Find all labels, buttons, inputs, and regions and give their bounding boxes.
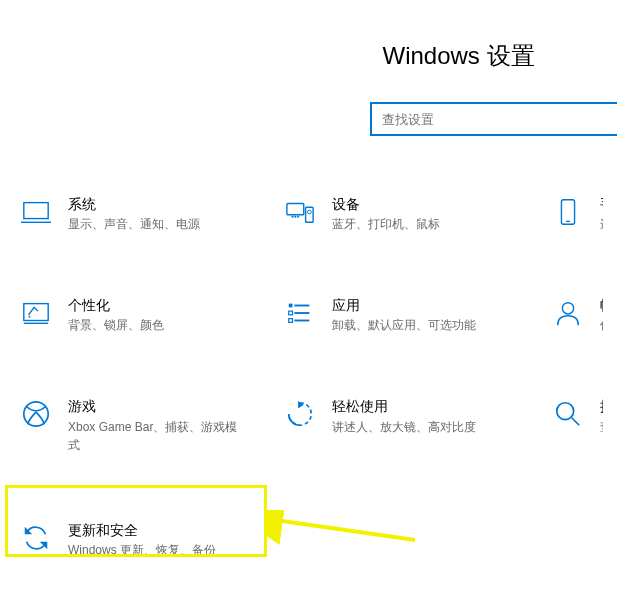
tile-subtitle: Xbox Game Bar、捕获、游戏模式 bbox=[68, 418, 245, 454]
svg-rect-8 bbox=[561, 200, 574, 224]
tile-phone[interactable]: 手 连 bbox=[547, 191, 607, 237]
tile-title: 手 bbox=[600, 195, 603, 213]
gaming-icon bbox=[19, 397, 53, 431]
tile-subtitle: 连 bbox=[600, 215, 603, 233]
settings-header: Windows 设置 bbox=[0, 0, 617, 136]
svg-point-12 bbox=[29, 316, 31, 318]
tile-ease-of-access[interactable]: 轻松使用 讲述人、放大镜、高对比度 bbox=[279, 393, 513, 457]
svg-point-7 bbox=[307, 210, 311, 214]
tile-title: 轻松使用 bbox=[332, 397, 509, 415]
tile-title: 游戏 bbox=[68, 397, 245, 415]
svg-point-19 bbox=[562, 303, 573, 314]
accounts-icon bbox=[551, 296, 585, 330]
page-title: Windows 设置 bbox=[300, 40, 617, 72]
tile-system[interactable]: 系统 显示、声音、通知、电源 bbox=[15, 191, 249, 237]
tile-update-security[interactable]: 更新和安全 Windows 更新、恢复、备份 bbox=[15, 513, 265, 567]
tile-apps[interactable]: 应用 卸载、默认应用、可选功能 bbox=[279, 292, 513, 338]
tile-subtitle: 蓝牙、打印机、鼠标 bbox=[332, 215, 509, 233]
apps-icon bbox=[283, 296, 317, 330]
tile-subtitle: 显示、声音、通知、电源 bbox=[68, 215, 245, 233]
personalization-icon bbox=[19, 296, 53, 330]
svg-rect-5 bbox=[297, 216, 299, 218]
phone-icon bbox=[551, 195, 585, 229]
devices-icon bbox=[283, 195, 317, 229]
tile-search[interactable]: 搜 查 bbox=[547, 393, 607, 457]
tile-subtitle: Windows 更新、恢复、备份 bbox=[68, 541, 261, 559]
settings-grid: 系统 显示、声音、通知、电源 设备 蓝牙、打印机、鼠标 手 连 bbox=[0, 191, 617, 567]
tile-title: 搜 bbox=[600, 397, 603, 415]
tile-title: 应用 bbox=[332, 296, 509, 314]
tile-devices[interactable]: 设备 蓝牙、打印机、鼠标 bbox=[279, 191, 513, 237]
tile-subtitle: 讲述人、放大镜、高对比度 bbox=[332, 418, 509, 436]
tile-personalization[interactable]: 个性化 背景、锁屏、颜色 bbox=[15, 292, 249, 338]
tile-subtitle: 卸载、默认应用、可选功能 bbox=[332, 316, 509, 334]
tile-title: 系统 bbox=[68, 195, 245, 213]
svg-rect-14 bbox=[294, 305, 309, 307]
svg-rect-10 bbox=[24, 304, 48, 321]
svg-rect-17 bbox=[288, 319, 292, 323]
svg-rect-4 bbox=[294, 216, 296, 218]
svg-rect-3 bbox=[291, 216, 293, 218]
svg-point-22 bbox=[557, 403, 574, 420]
system-icon bbox=[19, 195, 53, 229]
svg-rect-2 bbox=[286, 204, 303, 215]
tile-title: 帐 bbox=[600, 296, 603, 314]
update-icon bbox=[19, 521, 53, 555]
svg-rect-18 bbox=[294, 320, 309, 322]
svg-rect-13 bbox=[288, 304, 292, 308]
ease-of-access-icon bbox=[283, 397, 317, 431]
svg-rect-6 bbox=[305, 207, 313, 222]
tile-subtitle: 背景、锁屏、颜色 bbox=[68, 316, 245, 334]
search-input[interactable] bbox=[370, 102, 617, 136]
tile-accounts[interactable]: 帐 你置 bbox=[547, 292, 607, 338]
tile-subtitle: 你置 bbox=[600, 316, 603, 334]
tile-subtitle: 查 bbox=[600, 418, 603, 436]
tile-title: 个性化 bbox=[68, 296, 245, 314]
tile-title: 设备 bbox=[332, 195, 509, 213]
svg-line-23 bbox=[572, 418, 580, 426]
tile-gaming[interactable]: 游戏 Xbox Game Bar、捕获、游戏模式 bbox=[15, 393, 249, 457]
search-icon bbox=[551, 397, 585, 431]
svg-rect-15 bbox=[288, 311, 292, 315]
tile-title: 更新和安全 bbox=[68, 521, 261, 539]
svg-rect-16 bbox=[294, 312, 309, 314]
svg-rect-0 bbox=[24, 203, 48, 219]
